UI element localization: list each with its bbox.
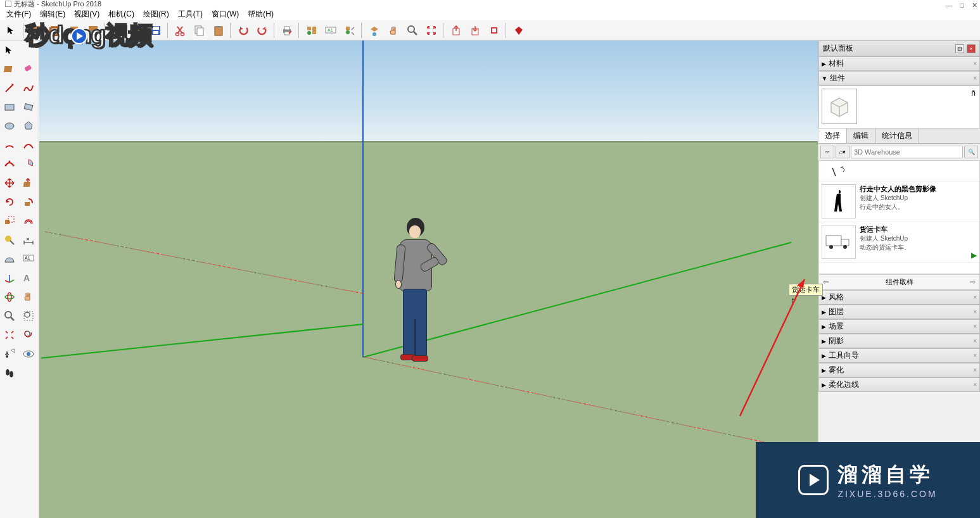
section-plane-icon[interactable]: [27, 22, 45, 39]
close-tray-icon[interactable]: ×: [967, 44, 976, 53]
section-materials[interactable]: ▶ 材料 ×: [818, 56, 980, 71]
model-settings-icon[interactable]: [341, 22, 359, 39]
pan-icon[interactable]: [19, 287, 38, 306]
undo-icon[interactable]: [234, 22, 252, 39]
menu-help[interactable]: 帮助(H): [244, 8, 277, 21]
section-soften[interactable]: ▶柔化边线×: [818, 377, 980, 392]
scale-figure[interactable]: [388, 218, 445, 363]
section-close-icon[interactable]: ×: [973, 75, 977, 82]
menu-draw[interactable]: 绘图(R): [139, 8, 173, 21]
model-info-icon[interactable]: [303, 22, 321, 39]
select-icon[interactable]: [0, 41, 19, 60]
search-input[interactable]: [851, 146, 963, 158]
pan-tool-icon[interactable]: [385, 22, 402, 39]
protractor-icon[interactable]: [0, 250, 19, 268]
section-components[interactable]: ▼ 组件 ×: [818, 71, 980, 85]
freehand-icon[interactable]: [19, 79, 38, 98]
component-sampling[interactable]: ⇦ 组件取样 ⇨: [818, 274, 980, 290]
warehouse-get-icon[interactable]: [466, 22, 484, 39]
orbit-icon[interactable]: [0, 287, 19, 306]
circle-icon[interactable]: [0, 117, 19, 136]
zoom-icon[interactable]: [0, 306, 19, 325]
cut-icon[interactable]: [172, 22, 189, 39]
select-tool-icon[interactable]: [3, 22, 20, 39]
paste-icon[interactable]: [210, 22, 227, 39]
dimensions-icon[interactable]: A1: [322, 22, 340, 39]
warehouse-send-icon[interactable]: [447, 22, 465, 39]
arc-icon[interactable]: [0, 136, 19, 155]
menu-view[interactable]: 视图(V): [70, 8, 103, 21]
zoom-extents2-icon[interactable]: [0, 325, 19, 344]
previous-icon[interactable]: [19, 325, 38, 344]
menu-tools[interactable]: 工具(T): [174, 8, 207, 21]
move-icon[interactable]: [0, 174, 19, 193]
section-cut-icon[interactable]: [65, 22, 83, 39]
tab-edit[interactable]: 编辑: [847, 129, 875, 143]
component-item-woman[interactable]: 行走中女人的黑色剪影像 创建人 SketchUp 行走中的女人。: [819, 182, 979, 222]
pie-icon[interactable]: [19, 155, 38, 174]
2pt-arc-icon[interactable]: [19, 136, 38, 155]
section-close-icon[interactable]: ×: [973, 60, 977, 67]
maximize-icon[interactable]: □: [960, 1, 964, 9]
menu-edit[interactable]: 编辑(E): [36, 8, 69, 21]
rectangle-icon[interactable]: [0, 98, 19, 117]
section-instructor[interactable]: ▶工具向导×: [818, 348, 980, 363]
close-icon[interactable]: ✕: [972, 1, 977, 9]
minimize-icon[interactable]: —: [945, 1, 952, 9]
menu-file[interactable]: 文件(F): [3, 8, 35, 21]
extensions-icon[interactable]: [485, 22, 503, 39]
3dwarehouse-icon[interactable]: [366, 22, 383, 39]
look-around-icon[interactable]: [19, 344, 38, 363]
section-display-icon[interactable]: [46, 22, 64, 39]
zoom-tool-icon[interactable]: [404, 22, 421, 39]
followme-icon[interactable]: [19, 193, 38, 212]
ruby-icon[interactable]: [510, 22, 528, 39]
scale-icon[interactable]: [0, 212, 19, 231]
dimension-icon[interactable]: ✕: [19, 231, 38, 250]
component-item[interactable]: [819, 161, 979, 182]
viewport-3d[interactable]: [39, 41, 818, 518]
print-icon[interactable]: [278, 22, 296, 39]
section-scenes[interactable]: ▶场景×: [818, 319, 980, 334]
section-fill-icon[interactable]: [84, 22, 102, 39]
tab-stats[interactable]: 统计信息: [875, 129, 919, 143]
section-layers[interactable]: ▶图层×: [818, 305, 980, 319]
menu-window[interactable]: 窗口(W): [208, 8, 243, 21]
search-icon[interactable]: 🔍: [964, 146, 978, 158]
rotate-icon[interactable]: [0, 193, 19, 212]
pushpull-icon[interactable]: [19, 174, 38, 193]
section-shadows[interactable]: ▶阴影×: [818, 334, 980, 348]
eraser-icon[interactable]: [19, 60, 38, 79]
make-component-icon[interactable]: [0, 60, 19, 79]
prev-icon[interactable]: ⇦: [823, 278, 829, 286]
section-styles[interactable]: ▶风格×: [818, 290, 980, 305]
open-icon[interactable]: [128, 22, 146, 39]
walk-icon[interactable]: [0, 363, 19, 382]
pin-icon[interactable]: ⊟: [955, 44, 964, 53]
next-icon[interactable]: ⇨: [970, 278, 976, 286]
home-dropdown-icon[interactable]: ⌂▾: [836, 146, 850, 158]
text-icon[interactable]: A1: [19, 250, 38, 268]
save-icon[interactable]: [147, 22, 165, 39]
offset-icon[interactable]: [19, 212, 38, 231]
menu-camera[interactable]: 相机(C): [105, 8, 138, 21]
zoom-window-icon[interactable]: [19, 306, 38, 325]
component-item-truck[interactable]: 货运卡车 创建人 SketchUp 动态的货运卡车。 ▶: [819, 222, 979, 263]
polygon-icon[interactable]: [19, 117, 38, 136]
zoom-extents-icon[interactable]: [423, 22, 440, 39]
tab-select[interactable]: 选择: [818, 129, 847, 143]
3dtext-icon[interactable]: A: [19, 268, 38, 287]
line-icon[interactable]: [0, 79, 19, 98]
tray-title-bar[interactable]: 默认面板 ⊟ ×: [818, 41, 980, 56]
redo-icon[interactable]: [253, 22, 271, 39]
view-mode-icon[interactable]: ▫▫: [820, 146, 834, 158]
position-camera-icon[interactable]: [0, 344, 19, 363]
section-fog[interactable]: ▶雾化×: [818, 363, 980, 377]
new-icon[interactable]: [109, 22, 127, 39]
3pt-arc-icon[interactable]: [0, 155, 19, 174]
copy-icon[interactable]: [191, 22, 208, 39]
axes-icon[interactable]: [0, 268, 19, 287]
rotated-rect-icon[interactable]: [19, 98, 38, 117]
pin-icon[interactable]: ň: [971, 89, 976, 98]
tape-icon[interactable]: [0, 231, 19, 250]
